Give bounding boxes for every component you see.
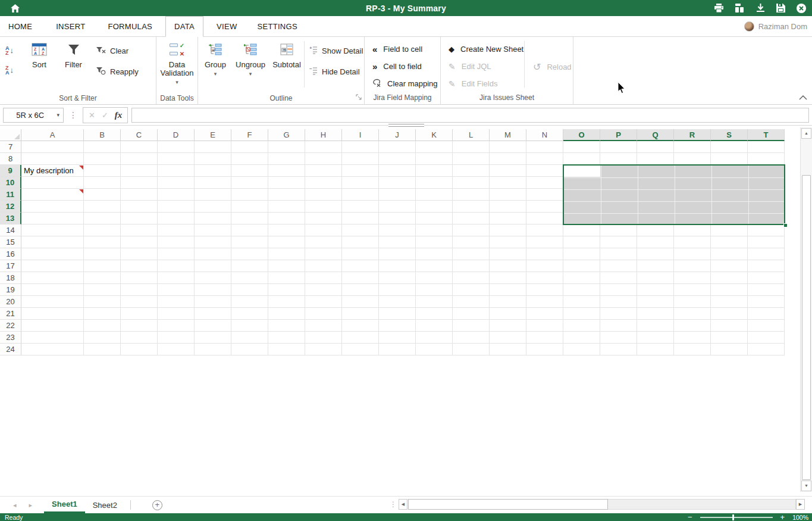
add-sheet-icon[interactable]: + bbox=[152, 500, 162, 510]
row-header-21[interactable]: 21 bbox=[0, 308, 21, 320]
ungroup-button[interactable]: Ungroup ▾ bbox=[231, 37, 269, 93]
row-header-14[interactable]: 14 bbox=[0, 224, 21, 236]
sheet-tab-sheet2[interactable]: Sheet2 bbox=[85, 497, 125, 513]
active-cell-O9[interactable] bbox=[564, 166, 600, 177]
row-header-16[interactable]: 16 bbox=[0, 248, 21, 260]
tab-view[interactable]: VIEW bbox=[208, 16, 245, 36]
row-header-20[interactable]: 20 bbox=[0, 296, 21, 308]
data-validation-caret-icon: ▾ bbox=[175, 79, 178, 85]
hide-detail-button[interactable]: − Hide Detail bbox=[309, 61, 363, 82]
row-header-19[interactable]: 19 bbox=[0, 284, 21, 296]
column-header-D[interactable]: D bbox=[158, 129, 195, 141]
row-header-22[interactable]: 22 bbox=[0, 320, 21, 332]
column-header-B[interactable]: B bbox=[84, 129, 121, 141]
zoom-out-icon[interactable]: − bbox=[688, 514, 692, 520]
column-header-A[interactable]: A bbox=[21, 129, 84, 141]
column-header-J[interactable]: J bbox=[379, 129, 416, 141]
cell-to-field-button[interactable]: » Cell to field bbox=[372, 58, 422, 75]
selection-range[interactable] bbox=[563, 164, 785, 225]
name-box[interactable]: 5R x 6C ▾ bbox=[3, 108, 64, 123]
tab-settings[interactable]: SETTINGS bbox=[249, 16, 305, 36]
show-detail-button[interactable]: + Show Detail bbox=[309, 40, 363, 61]
row-header-9[interactable]: 9 bbox=[0, 165, 21, 177]
vertical-scrollbar[interactable]: ▲ ▼ bbox=[800, 127, 812, 492]
collapse-ribbon-icon[interactable] bbox=[799, 93, 807, 102]
insert-function-icon[interactable]: fx bbox=[115, 110, 123, 120]
subtotal-button[interactable]: ⊞ Subtotal bbox=[269, 37, 304, 93]
column-header-N[interactable]: N bbox=[526, 129, 563, 141]
column-header-M[interactable]: M bbox=[490, 129, 526, 141]
reapply-filter-button[interactable]: Reapply bbox=[96, 61, 139, 82]
next-sheet-icon[interactable]: ▸ bbox=[29, 501, 33, 509]
save-icon[interactable] bbox=[776, 4, 785, 13]
column-header-E[interactable]: E bbox=[195, 129, 231, 141]
row-header-15[interactable]: 15 bbox=[0, 236, 21, 248]
fill-handle[interactable] bbox=[783, 223, 788, 227]
column-header-G[interactable]: G bbox=[268, 129, 305, 141]
select-all-corner[interactable] bbox=[0, 129, 21, 141]
horizontal-scroll-thumb[interactable] bbox=[408, 499, 608, 510]
column-header-Q[interactable]: Q bbox=[637, 129, 674, 141]
hscroll-grip-icon[interactable]: ⋮ bbox=[390, 500, 397, 508]
create-new-sheet-button[interactable]: ◆ Create New Sheet bbox=[449, 40, 524, 58]
row-header-11[interactable]: 11 bbox=[0, 189, 21, 201]
zoom-in-icon[interactable]: + bbox=[780, 514, 785, 520]
row-header-23[interactable]: 23 bbox=[0, 332, 21, 344]
pane-splitter-handle[interactable] bbox=[388, 124, 424, 127]
vertical-scroll-thumb[interactable] bbox=[802, 175, 811, 480]
filter-button[interactable]: Filter bbox=[55, 37, 92, 93]
row-header-12[interactable]: 12 bbox=[0, 201, 21, 213]
cell-A9[interactable]: My description bbox=[21, 165, 120, 177]
row-header-18[interactable]: 18 bbox=[0, 272, 21, 284]
data-validation-button[interactable]: ✓ ✕ Data Validation ▾ bbox=[157, 37, 197, 93]
tab-data[interactable]: DATA bbox=[165, 16, 203, 37]
row-header-8[interactable]: 8 bbox=[0, 153, 21, 165]
reapply-filter-icon bbox=[96, 67, 106, 77]
column-header-I[interactable]: I bbox=[342, 129, 379, 141]
scroll-down-icon[interactable]: ▼ bbox=[801, 481, 811, 491]
download-icon[interactable] bbox=[756, 4, 765, 13]
tab-insert[interactable]: INSERT bbox=[48, 16, 93, 36]
sort-button[interactable]: ZAAZ Sort bbox=[24, 37, 55, 93]
row-header-13[interactable]: 13 bbox=[0, 213, 21, 224]
column-header-F[interactable]: F bbox=[231, 129, 268, 141]
zoom-slider[interactable] bbox=[700, 517, 773, 518]
row-header-24[interactable]: 24 bbox=[0, 344, 21, 355]
group-button[interactable]: ⊞ Group ▾ bbox=[199, 37, 231, 93]
column-header-C[interactable]: C bbox=[121, 129, 158, 141]
column-header-T[interactable]: T bbox=[748, 129, 785, 141]
row-header-17[interactable]: 17 bbox=[0, 260, 21, 272]
scroll-up-icon[interactable]: ▲ bbox=[801, 128, 811, 139]
sort-descending-button[interactable]: ZA↓ bbox=[0, 60, 24, 80]
layout-columns-icon[interactable] bbox=[735, 4, 745, 13]
user-account[interactable]: Raziman Dom bbox=[744, 16, 807, 36]
sheet-tab-sheet1[interactable]: Sheet1 bbox=[44, 497, 85, 513]
sort-ascending-button[interactable]: AZ↓ bbox=[0, 40, 24, 60]
row-header-10[interactable]: 10 bbox=[0, 177, 21, 189]
print-icon[interactable] bbox=[714, 4, 724, 13]
group-label-outline: Outline bbox=[198, 93, 364, 104]
column-header-P[interactable]: P bbox=[600, 129, 637, 141]
clear-mapping-button[interactable]: Clear mapping bbox=[372, 75, 438, 92]
tab-formulas[interactable]: FORMULAS bbox=[99, 16, 161, 36]
prev-sheet-icon[interactable]: ◂ bbox=[13, 501, 17, 509]
scroll-left-icon[interactable]: ◀ bbox=[399, 499, 407, 510]
scroll-right-icon[interactable]: ▶ bbox=[796, 499, 805, 510]
column-header-K[interactable]: K bbox=[416, 129, 453, 141]
column-header-L[interactable]: L bbox=[453, 129, 490, 141]
field-to-cell-button[interactable]: « Field to cell bbox=[372, 40, 422, 58]
formula-input[interactable] bbox=[131, 108, 809, 123]
clear-filter-button[interactable]: Clear bbox=[96, 40, 139, 61]
column-header-H[interactable]: H bbox=[305, 129, 342, 141]
tab-home[interactable]: HOME bbox=[0, 16, 40, 36]
row-header-7[interactable]: 7 bbox=[0, 141, 21, 153]
zoom-slider-thumb[interactable] bbox=[732, 514, 734, 520]
spreadsheet-grid[interactable]: ▲ ▼ ABCDEFGHIJKLMNOPQRST7891011121314151… bbox=[0, 126, 812, 496]
formula-bar-grip-icon[interactable]: ⋮ bbox=[69, 110, 77, 120]
svg-text:Z: Z bbox=[34, 47, 37, 51]
close-icon[interactable] bbox=[797, 4, 806, 13]
column-header-S[interactable]: S bbox=[711, 129, 748, 141]
column-header-O[interactable]: O bbox=[563, 129, 600, 141]
outline-dialog-launcher-icon[interactable] bbox=[356, 93, 362, 102]
column-header-R[interactable]: R bbox=[674, 129, 711, 141]
